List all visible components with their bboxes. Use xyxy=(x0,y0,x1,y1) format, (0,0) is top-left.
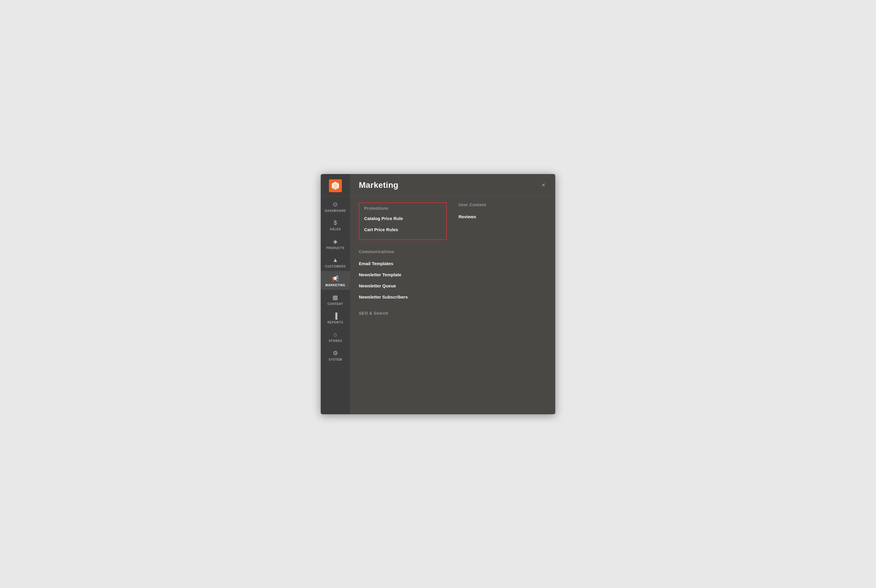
sidebar-item-dashboard-label: DASHBOARD xyxy=(325,209,346,212)
panel-content: Promotions Catalog Price Rule Cart Price… xyxy=(350,195,555,414)
sidebar: ⊙ DASHBOARD $ SALES ◈ PRODUCTS ▲ CUSTOME… xyxy=(321,174,350,414)
megaphone-icon: 📢 xyxy=(332,275,339,282)
box-icon: ◈ xyxy=(333,238,338,245)
sidebar-item-marketing[interactable]: 📢 MARKETING xyxy=(321,271,350,290)
sidebar-item-customers[interactable]: ▲ CUSTOMERS xyxy=(321,252,350,271)
email-templates-link[interactable]: Email Templates xyxy=(359,258,447,269)
sidebar-item-content-label: CONTENT xyxy=(328,302,343,306)
gauge-icon: ⊙ xyxy=(333,201,338,208)
seo-search-section-title: SEO & Search xyxy=(359,311,447,315)
marketing-modal: ⊙ DASHBOARD $ SALES ◈ PRODUCTS ▲ CUSTOME… xyxy=(321,174,555,414)
sidebar-item-content[interactable]: ▦ CONTENT xyxy=(321,290,350,309)
panel-header: Marketing × xyxy=(350,174,555,195)
user-content-section: User Content Reviews xyxy=(458,202,547,222)
sidebar-item-dashboard[interactable]: ⊙ DASHBOARD xyxy=(321,196,350,215)
promotions-section-title: Promotions xyxy=(364,206,442,211)
gear-icon: ⚙ xyxy=(333,350,338,357)
sidebar-item-reports[interactable]: ▐ REPORTS xyxy=(321,309,350,327)
newsletter-queue-link[interactable]: Newsletter Queue xyxy=(359,280,447,291)
sidebar-item-marketing-label: MARKETING xyxy=(325,284,346,287)
communications-section: Communications Email Templates Newslette… xyxy=(359,249,447,303)
sidebar-item-products-label: PRODUCTS xyxy=(326,246,345,250)
main-panel: Marketing × Promotions Catalog Price Rul… xyxy=(350,174,555,414)
person-icon: ▲ xyxy=(332,256,338,263)
logo-container xyxy=(321,174,350,196)
sidebar-item-products[interactable]: ◈ PRODUCTS xyxy=(321,234,350,252)
sidebar-item-stores[interactable]: ⌂ STORES xyxy=(321,327,350,345)
magento-logo-icon xyxy=(329,179,342,192)
sidebar-item-system[interactable]: ⚙ SYSTEM xyxy=(321,345,350,364)
sidebar-item-sales-label: SALES xyxy=(330,228,341,231)
close-button[interactable]: × xyxy=(540,181,547,189)
catalog-price-rule-link[interactable]: Catalog Price Rule xyxy=(364,213,442,224)
newsletter-template-link[interactable]: Newsletter Template xyxy=(359,269,447,280)
sidebar-item-system-label: SYSTEM xyxy=(329,358,342,361)
page-title: Marketing xyxy=(359,180,398,190)
left-column: Promotions Catalog Price Rule Cart Price… xyxy=(359,202,447,324)
user-content-section-title: User Content xyxy=(458,202,547,207)
seo-search-section: SEO & Search xyxy=(359,311,447,315)
cart-price-rules-link[interactable]: Cart Price Rules xyxy=(364,224,442,235)
sidebar-item-reports-label: REPORTS xyxy=(328,321,343,324)
sidebar-item-customers-label: CUSTOMERS xyxy=(325,265,346,268)
bars-icon: ▐ xyxy=(334,313,338,320)
promotions-section: Promotions Catalog Price Rule Cart Price… xyxy=(359,202,447,240)
newsletter-subscribers-link[interactable]: Newsletter Subscribers xyxy=(359,291,447,303)
sidebar-item-sales[interactable]: $ SALES xyxy=(321,215,350,234)
reviews-link[interactable]: Reviews xyxy=(458,211,547,222)
communications-section-title: Communications xyxy=(359,249,447,254)
dollar-icon: $ xyxy=(334,219,337,226)
right-column: User Content Reviews xyxy=(458,202,547,324)
sidebar-item-stores-label: STORES xyxy=(329,339,342,342)
layout-icon: ▦ xyxy=(332,294,338,301)
store-icon: ⌂ xyxy=(334,331,337,338)
